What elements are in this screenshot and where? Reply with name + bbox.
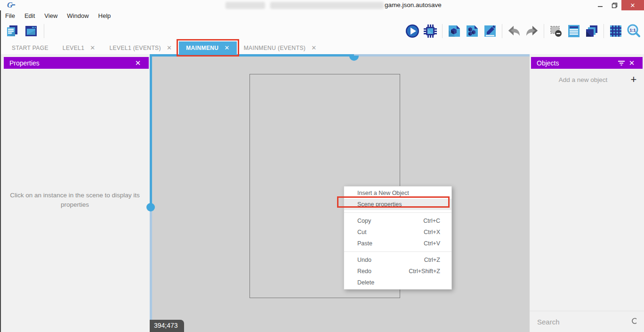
horizontal-scrollbar[interactable]: [150, 54, 354, 57]
scene-editor-canvas[interactable]: 394;473: [150, 54, 530, 332]
window-left-edge: [0, 10, 1, 332]
menu-item-cut[interactable]: Cut Ctrl+X: [344, 227, 451, 238]
menu-help[interactable]: Help: [97, 11, 113, 20]
start-page-icon: [24, 24, 38, 38]
properties-panel-title: Properties: [9, 59, 40, 67]
menu-item-label: Cut: [357, 229, 366, 235]
objects-editor-icon: [447, 24, 462, 39]
menu-item-label: Redo: [357, 268, 371, 275]
menu-item-undo[interactable]: Undo Ctrl+Z: [344, 254, 451, 266]
menu-item-shortcut: Ctrl+Z: [424, 257, 440, 263]
tab-start-page[interactable]: START PAGE: [5, 41, 56, 54]
search-input[interactable]: [537, 318, 631, 326]
menu-view[interactable]: View: [43, 11, 59, 20]
menu-item-shortcut: Ctrl+V: [424, 240, 440, 247]
toolbar-separator: [544, 24, 544, 38]
close-icon[interactable]: ✕: [133, 58, 143, 68]
redacted-path-segment: [225, 2, 265, 9]
grid-icon: [608, 24, 623, 39]
menu-item-redo[interactable]: Redo Ctrl+Shift+Z: [344, 266, 451, 277]
object-groups-icon: [465, 24, 480, 39]
toolbar-separator: [442, 24, 443, 38]
minimize-button[interactable]: [593, 0, 607, 10]
zoom-1-1-icon: 1:1: [626, 24, 641, 39]
close-button[interactable]: ✕: [621, 0, 644, 10]
tab-close-icon[interactable]: ✕: [167, 45, 172, 51]
cursor-coordinates: 394;473: [150, 320, 184, 332]
window-controls: ✕: [593, 0, 644, 10]
undo-button[interactable]: [507, 24, 522, 39]
menu-item-shortcut: Ctrl+C: [423, 218, 440, 224]
menu-item-label: Delete: [357, 279, 374, 286]
tab-mainmenu[interactable]: MAINMENU ✕: [179, 41, 237, 54]
properties-panel-header: Properties ✕: [4, 57, 149, 69]
menu-item-paste[interactable]: Paste Ctrl+V: [344, 238, 451, 249]
redo-button[interactable]: [524, 24, 539, 39]
menu-item-scene-properties[interactable]: Scene properties: [344, 199, 451, 210]
horizontal-scrollbar[interactable]: [354, 54, 530, 57]
menu-item-label: Copy: [357, 218, 371, 224]
menu-item-label: Paste: [357, 240, 372, 247]
context-menu: Insert a New Object Scene properties Cop…: [344, 186, 452, 290]
play-button[interactable]: [405, 24, 420, 39]
tab-label: MAINMENU: [186, 45, 218, 51]
tabbar: START PAGE LEVEL1 ✕ LEVEL1 (EVENTS) ✕ MA…: [0, 41, 644, 54]
tab-mainmenu-events[interactable]: MAINMENU (EVENTS) ✕: [237, 41, 324, 54]
add-new-object-label: Add a new object: [530, 76, 623, 83]
zoom-1-1-button[interactable]: 1:1: [626, 24, 641, 39]
close-icon: ✕: [630, 2, 636, 9]
play-icon: [405, 24, 420, 39]
tab-level1[interactable]: LEVEL1 ✕: [56, 41, 103, 54]
toolbar-separator: [44, 24, 44, 38]
close-icon[interactable]: ✕: [627, 58, 637, 68]
objects-panel-title: Objects: [537, 59, 559, 67]
menu-item-copy[interactable]: Copy Ctrl+C: [344, 215, 451, 227]
menu-item-insert-new-object[interactable]: Insert a New Object: [344, 187, 451, 199]
vertical-scrollbar[interactable]: [150, 54, 152, 207]
add-new-object-row[interactable]: Add a new object +: [530, 73, 644, 86]
layers-icon: [584, 24, 599, 39]
objects-panel: Objects ✕ Add a new object +: [530, 54, 644, 332]
objects-search-bar: [530, 311, 644, 332]
restore-icon: [612, 2, 618, 8]
menu-item-label: Insert a New Object: [357, 190, 409, 196]
tab-close-icon[interactable]: ✕: [224, 45, 229, 51]
menu-item-delete[interactable]: Delete: [344, 277, 451, 288]
tab-label: MAINMENU (EVENTS): [244, 45, 306, 51]
project-manager-icon: [5, 24, 19, 38]
tab-close-icon[interactable]: ✕: [311, 45, 316, 51]
layers-button[interactable]: [584, 24, 599, 39]
tab-level1-events[interactable]: LEVEL1 (EVENTS) ✕: [103, 41, 179, 54]
debug-button[interactable]: [423, 24, 438, 39]
instances-list-button[interactable]: [566, 24, 581, 39]
project-manager-button[interactable]: [5, 24, 20, 39]
svg-text:1:1: 1:1: [629, 28, 636, 32]
grid-button[interactable]: [608, 24, 623, 39]
menu-item-shortcut: Ctrl+X: [424, 229, 440, 235]
gdevelop-logo: G: [6, 0, 16, 10]
tab-close-icon[interactable]: ✕: [90, 45, 95, 51]
filter-icon[interactable]: [616, 58, 627, 68]
menu-item-shortcut: Ctrl+Shift+Z: [409, 268, 440, 275]
properties-empty-message: Click on an instance in the scene to dis…: [8, 191, 141, 210]
horizontal-scrollbar-handle[interactable]: [349, 56, 359, 61]
plus-icon[interactable]: +: [623, 74, 644, 85]
deselect-button[interactable]: [548, 24, 564, 39]
vertical-scrollbar[interactable]: [150, 207, 152, 332]
menu-file[interactable]: File: [4, 11, 16, 20]
objects-editor-button[interactable]: [447, 24, 462, 39]
menu-window[interactable]: Window: [65, 11, 90, 20]
scene-properties-button[interactable]: [483, 24, 498, 39]
window-title: game.json.autosave: [385, 1, 442, 8]
restore-button[interactable]: [607, 0, 621, 10]
start-page-button[interactable]: [24, 24, 39, 39]
vertical-scrollbar-handle[interactable]: [146, 203, 155, 211]
menu-separator: [344, 212, 451, 213]
menu-item-label: Scene properties: [357, 201, 402, 208]
search-icon: [631, 317, 636, 326]
tab-label: LEVEL1 (EVENTS): [110, 45, 161, 51]
menu-edit[interactable]: Edit: [23, 11, 36, 20]
toolbar: 1:1: [0, 21, 644, 41]
object-groups-button[interactable]: [465, 24, 480, 39]
redacted-path-segment: [270, 2, 384, 9]
